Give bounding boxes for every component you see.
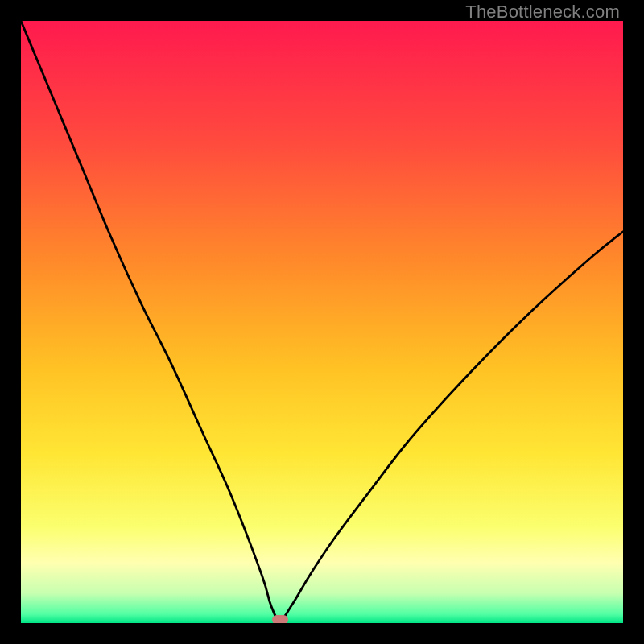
- optimum-marker: [272, 615, 288, 623]
- background-gradient: [21, 21, 623, 623]
- chart-frame: TheBottleneck.com: [0, 0, 644, 644]
- svg-rect-0: [21, 21, 623, 623]
- watermark-text: TheBottleneck.com: [465, 2, 620, 23]
- plot-area: [21, 21, 623, 623]
